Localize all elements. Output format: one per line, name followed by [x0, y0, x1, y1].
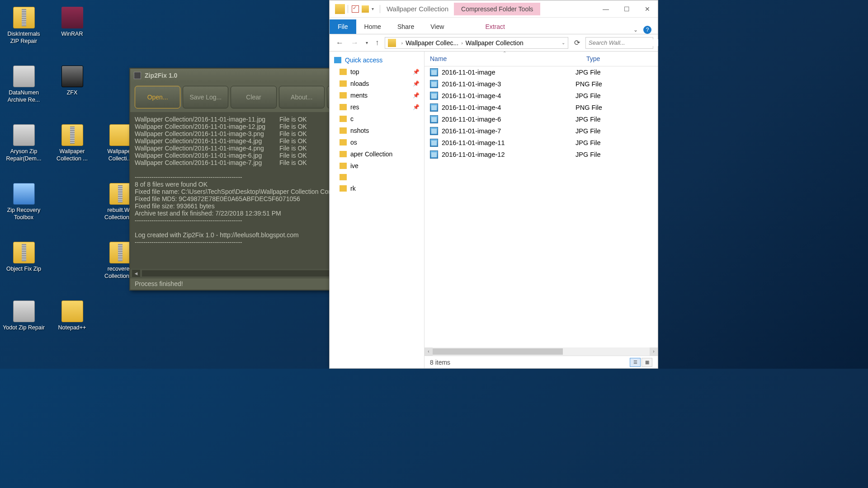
pin-icon[interactable]: 📌 [413, 80, 420, 87]
file-row[interactable]: 2016-11-01-image-7JPG File [425, 125, 658, 137]
file-name: 2016-11-01-image-4 [442, 92, 576, 99]
desktop-icon[interactable]: DataNumen Archive Re... [2, 66, 45, 104]
desktop-icon[interactable]: Zip Recovery Toolbox [2, 183, 45, 221]
sidebar-item-label: rk [350, 185, 356, 192]
file-name: 2016-11-01-image-7 [442, 127, 576, 135]
chevron-right-icon[interactable]: › [401, 40, 403, 46]
address-dropdown-icon[interactable]: ⌄ [561, 40, 565, 45]
icon-label: ZFX [51, 89, 94, 96]
icon-image [109, 183, 131, 205]
sidebar-item[interactable]: rk [330, 183, 424, 194]
about-button[interactable]: About... [279, 86, 325, 108]
pin-icon[interactable]: 📌 [413, 92, 420, 99]
sidebar-item[interactable] [330, 172, 424, 183]
sidebar-item[interactable]: ments📌 [330, 89, 424, 101]
icon-label: Zip Recovery Toolbox [2, 206, 45, 221]
tab-home[interactable]: Home [356, 19, 389, 34]
desktop-icon[interactable]: Aryson Zip Repair(Dem... [2, 124, 45, 163]
desktop-icon[interactable]: WinRAR [51, 7, 94, 38]
file-row[interactable]: 2016-11-01-image-3PNG File [425, 78, 658, 90]
desktop-icon[interactable]: Notepad++ [51, 300, 94, 331]
file-row[interactable]: 2016-11-01-image-12JPG File [425, 149, 658, 160]
desktop-icon[interactable]: ZFX [51, 66, 94, 96]
scroll-left-icon[interactable]: ◄ [132, 270, 140, 277]
sidebar-item[interactable]: top📌 [330, 66, 424, 78]
folder-icon [340, 174, 347, 180]
file-type: PNG File [576, 80, 652, 88]
file-row[interactable]: 2016-11-01-image-6JPG File [425, 113, 658, 125]
file-row[interactable]: 2016-11-01-image-4JPG File [425, 90, 658, 102]
desktop-icon[interactable]: Yodot Zip Repair [2, 300, 45, 331]
col-name[interactable]: Name [425, 52, 581, 66]
folder-icon [340, 104, 347, 110]
col-type[interactable]: Type [581, 52, 658, 66]
pin-icon[interactable]: 📌 [413, 104, 420, 110]
qat-properties-icon[interactable] [352, 5, 359, 13]
desktop-icon[interactable]: Object Fix Zip [2, 242, 45, 272]
file-name: 2016-11-01-image-4 [442, 104, 576, 111]
icon-image [13, 7, 35, 28]
tab-extract[interactable]: Extract [477, 19, 513, 34]
maximize-button[interactable]: ☐ [616, 2, 637, 16]
scroll-right-icon[interactable]: › [650, 347, 658, 356]
view-large-icon[interactable]: ▦ [642, 358, 652, 367]
search-input[interactable] [589, 39, 658, 46]
sidebar-item-label: os [350, 139, 357, 146]
close-button[interactable]: ✕ [637, 2, 658, 16]
ribbon-expand-icon[interactable]: ⌄ [633, 27, 638, 33]
icon-image [13, 66, 35, 87]
search-box[interactable]: 🔍 [585, 37, 653, 49]
qat-newfolder-icon[interactable] [362, 5, 369, 13]
minimize-button[interactable]: — [595, 2, 616, 16]
image-file-icon [430, 115, 438, 123]
pin-icon[interactable]: 📌 [413, 69, 420, 75]
desktop-icon[interactable]: DiskInternals ZIP Repair [2, 7, 45, 45]
breadcrumb[interactable]: Wallpaper Collection [466, 39, 524, 47]
image-file-icon [430, 92, 438, 100]
context-tab-label[interactable]: Compressed Folder Tools [454, 3, 540, 15]
sidebar-item[interactable]: nshots [330, 125, 424, 136]
breadcrumb[interactable]: Wallpaper Collec... [406, 39, 458, 47]
image-file-icon [430, 80, 438, 88]
file-hscrollbar[interactable]: ‹ › [425, 347, 658, 356]
view-details-icon[interactable]: ☰ [630, 358, 641, 367]
scroll-thumb[interactable] [433, 348, 563, 355]
sidebar-item[interactable]: aper Collection [330, 148, 424, 160]
sidebar-item[interactable]: c [330, 113, 424, 125]
chevron-right-icon[interactable]: › [461, 40, 463, 46]
sidebar-item-label: c [350, 115, 354, 122]
file-row[interactable]: 2016-11-01-imageJPG File [425, 66, 658, 78]
folder-icon [340, 151, 347, 157]
tab-file[interactable]: File [330, 19, 356, 34]
open-button[interactable]: Open... [135, 86, 180, 108]
sidebar-item[interactable]: ive [330, 160, 424, 172]
file-pane: Name Type 2016-11-01-imageJPG File2016-1… [425, 52, 658, 368]
icon-image [13, 242, 35, 263]
sidebar-item-label: nshots [350, 127, 369, 134]
ribbon: File Home Share View Extract ⌄ ? [330, 18, 658, 34]
desktop-icon[interactable]: Wallpaper Collection ... [51, 124, 94, 163]
help-icon[interactable]: ? [643, 26, 651, 34]
nav-recent-icon[interactable]: ▾ [364, 39, 370, 46]
tab-share[interactable]: Share [389, 19, 422, 34]
sidebar-item[interactable]: os [330, 136, 424, 148]
folder-icon [340, 185, 347, 192]
file-row[interactable]: 2016-11-01-image-4PNG File [425, 102, 658, 113]
tab-view[interactable]: View [422, 19, 452, 34]
nav-back-icon[interactable]: ← [334, 38, 345, 48]
sidebar-item[interactable]: res📌 [330, 101, 424, 113]
icon-image [61, 300, 83, 322]
refresh-icon[interactable]: ⟳ [572, 38, 582, 47]
file-row[interactable]: 2016-11-01-image-11JPG File [425, 137, 658, 149]
explorer-titlebar[interactable]: ▾ Wallpaper Collection Compressed Folder… [330, 0, 658, 18]
sidebar-item[interactable]: nloads📌 [330, 78, 424, 89]
clear-button[interactable]: Clear [231, 86, 276, 108]
address-bar[interactable]: › Wallpaper Collec... › Wallpaper Collec… [385, 37, 569, 49]
window-title: Wallpaper Collection [387, 5, 448, 13]
scroll-left-icon[interactable]: ‹ [425, 347, 433, 356]
sidebar-item[interactable]: Quick access [330, 54, 424, 66]
qat-dropdown-icon[interactable]: ▾ [372, 6, 378, 11]
folder-icon [340, 69, 347, 75]
save-log-button[interactable]: Save Log... [183, 86, 228, 108]
nav-up-icon[interactable]: ↑ [373, 38, 381, 48]
